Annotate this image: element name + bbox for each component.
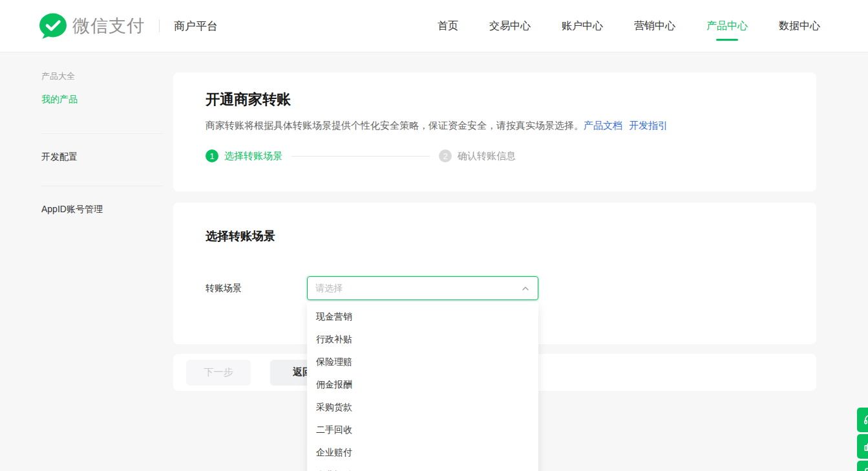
logo-wordmark: 微信支付	[72, 14, 145, 38]
option-commission[interactable]: 佣金报酬	[307, 373, 538, 396]
top-header: 微信支付 商户平台 首页 交易中心 账户中心 营销中心 产品中心 数据中心	[0, 0, 868, 52]
transfer-scene-dropdown: 现金营销 行政补贴 保险理赔 佣金报酬 采购货款 二手回收 企业赔付 企业报销	[307, 302, 538, 471]
sidebar-divider	[41, 133, 162, 134]
nav-item-products[interactable]: 产品中心	[706, 0, 748, 52]
main-content: 开通商家转账 商家转账将根据具体转账场景提供个性化安全策略，保证资金安全，请按真…	[173, 72, 816, 391]
sidebar-divider	[41, 186, 162, 186]
wechat-pay-logo-icon	[39, 13, 67, 39]
step-indicator: 1 选择转账场景 2 确认转账信息	[206, 149, 784, 162]
form-section-title: 选择转账场景	[206, 228, 784, 244]
step-1-badge: 1	[206, 149, 218, 162]
page-title: 开通商家转账	[206, 90, 784, 109]
thumbs-up-icon[interactable]	[857, 434, 868, 459]
chevron-up-icon	[521, 284, 530, 293]
main-nav: 首页 交易中心 账户中心 营销中心 产品中心 数据中心	[438, 0, 868, 52]
sidebar-item-appid-management[interactable]: AppID账号管理	[41, 204, 103, 215]
step-2-badge: 2	[439, 149, 452, 162]
option-cash-marketing[interactable]: 现金营销	[307, 305, 538, 328]
transfer-scene-label: 转账场景	[206, 283, 307, 294]
headset-icon[interactable]	[857, 408, 868, 432]
step-2-label: 确认转账信息	[458, 150, 516, 162]
transfer-scene-select-wrap: 请选择 现金营销 行政补贴 保险理赔 佣金报酬 采购货款 二手回收 企业赔付 企…	[307, 276, 538, 300]
option-admin-subsidy[interactable]: 行政补贴	[307, 328, 538, 351]
nav-item-account[interactable]: 账户中心	[562, 0, 603, 52]
brand-divider	[159, 19, 160, 32]
nav-item-data[interactable]: 数据中心	[779, 0, 820, 52]
portal-label: 商户平台	[174, 19, 218, 34]
sidebar-group-title: 产品大全	[41, 71, 75, 82]
step-1-label: 选择转账场景	[224, 150, 282, 162]
intro-description-text: 商家转账将根据具体转账场景提供个性化安全策略，保证资金安全，请按真实场景选择。	[206, 120, 584, 131]
nav-item-transactions[interactable]: 交易中心	[489, 0, 531, 52]
scene-form-card: 选择转账场景 转账场景 请选择 现金营销 行政补贴 保险理赔 佣金报酬 采购货款…	[173, 203, 816, 344]
sidebar-item-my-products[interactable]: 我的产品	[41, 94, 78, 105]
wechat-pay-brand[interactable]: 微信支付 商户平台	[0, 13, 218, 39]
option-secondhand-recycle[interactable]: 二手回收	[307, 419, 538, 441]
step-connector-line	[291, 156, 430, 157]
dev-guide-link[interactable]: 开发指引	[629, 120, 668, 131]
step-2-confirm-info: 2 确认转账信息	[439, 149, 516, 162]
floating-toolbar	[857, 408, 868, 471]
intro-description: 商家转账将根据具体转账场景提供个性化安全策略，保证资金安全，请按真实场景选择。产…	[206, 120, 784, 132]
sidebar: 产品大全 我的产品 开发配置 AppID账号管理	[0, 52, 173, 471]
option-enterprise-compensation[interactable]: 企业赔付	[307, 441, 538, 464]
option-enterprise-reimbursement[interactable]: 企业报销	[307, 464, 538, 471]
product-doc-link[interactable]: 产品文档	[584, 120, 622, 131]
select-placeholder: 请选择	[315, 283, 521, 294]
option-insurance-claim[interactable]: 保险理赔	[307, 351, 538, 373]
nav-item-home[interactable]: 首页	[438, 0, 458, 52]
transfer-scene-form-row: 转账场景 请选择 现金营销 行政补贴 保险理赔 佣金报酬 采购货款 二手回收 企…	[206, 276, 784, 300]
transfer-scene-select[interactable]: 请选择	[307, 276, 538, 300]
sidebar-item-dev-config[interactable]: 开发配置	[41, 151, 78, 163]
next-step-button[interactable]: 下一步	[186, 360, 251, 386]
nav-item-marketing[interactable]: 营销中心	[634, 0, 675, 52]
step-1-select-scene: 1 选择转账场景	[206, 149, 282, 162]
option-procurement-payment[interactable]: 采购货款	[307, 396, 538, 419]
intro-card: 开通商家转账 商家转账将根据具体转账场景提供个性化安全策略，保证资金安全，请按真…	[173, 72, 816, 192]
feedback-form-icon[interactable]	[857, 461, 868, 471]
